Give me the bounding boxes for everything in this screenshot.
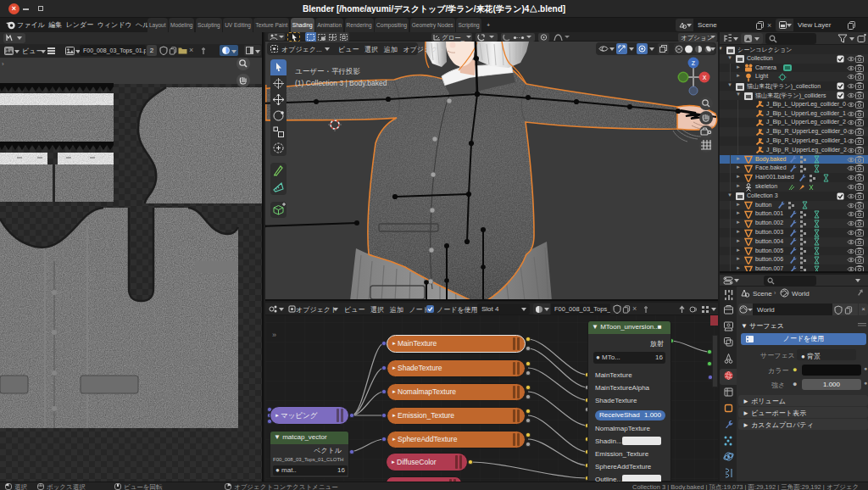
svg-text:X: X xyxy=(703,75,707,81)
svg-text:»: » xyxy=(272,331,276,339)
svg-text:Z: Z xyxy=(692,60,696,66)
svg-text:(1) Collection 3 | Body.baked: (1) Collection 3 | Body.baked xyxy=(295,79,387,87)
svg-text:ユーザー・平行投影: ユーザー・平行投影 xyxy=(295,67,360,75)
svg-text:›: › xyxy=(2,60,4,68)
